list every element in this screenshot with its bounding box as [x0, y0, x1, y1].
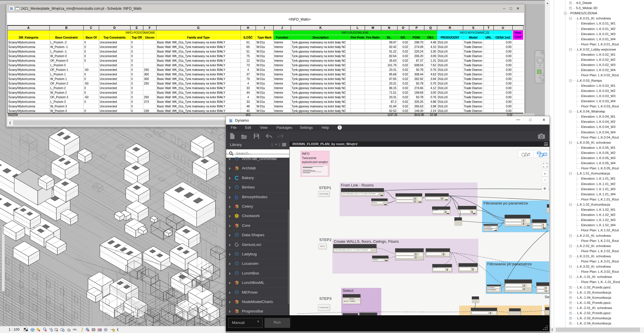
svg-text:R: R — [10, 6, 13, 11]
svg-text:R: R — [229, 119, 232, 123]
